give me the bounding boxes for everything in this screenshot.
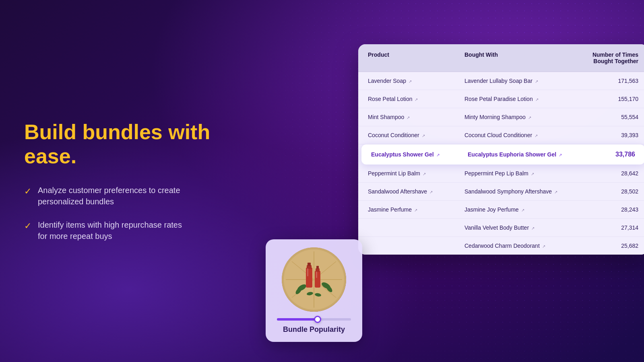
cell-count: 27,314 bbox=[577, 224, 638, 231]
external-link-icon: ↗ bbox=[528, 115, 531, 120]
cell-bought-with: Minty Morning Shampoo ↗ bbox=[464, 114, 577, 120]
external-link-icon: ↗ bbox=[542, 244, 545, 249]
popularity-slider-container[interactable] bbox=[274, 318, 354, 321]
external-link-icon: ↗ bbox=[414, 208, 417, 212]
svg-rect-18 bbox=[307, 268, 308, 276]
cell-bought-with: Lavender Lullaby Soap Bar ↗ bbox=[464, 78, 577, 84]
svg-rect-16 bbox=[316, 268, 320, 272]
table-row: Vanilla Velvet Body Butter ↗ 27,314 bbox=[358, 219, 644, 237]
external-link-icon: ↗ bbox=[559, 153, 562, 157]
table-row: Coconut Conditioner ↗ Coconut Cloud Cond… bbox=[358, 126, 644, 144]
cell-count: 25,682 bbox=[577, 243, 638, 249]
external-link-icon: ↗ bbox=[521, 208, 524, 212]
external-link-icon: ↗ bbox=[422, 134, 425, 138]
external-link-icon: ↗ bbox=[535, 79, 538, 84]
cell-count: 28,502 bbox=[577, 188, 638, 195]
feature-list: ✓ Analyze customer preferences to create… bbox=[24, 185, 250, 242]
cell-product: Jasmine Perfume ↗ bbox=[368, 206, 464, 213]
cell-product: Peppermint Lip Balm ↗ bbox=[368, 170, 464, 177]
svg-rect-15 bbox=[315, 271, 320, 288]
table-row: Cedarwood Charm Deodorant ↗ 25,682 bbox=[358, 237, 644, 255]
table-row: Sandalwood Aftershave ↗ Sandalwood Symph… bbox=[358, 183, 644, 201]
table-row: Mint Shampoo ↗ Minty Morning Shampoo ↗ 5… bbox=[358, 108, 644, 126]
cell-bought-with: Jasmine Joy Perfume ↗ bbox=[464, 206, 577, 213]
cell-count: 155,170 bbox=[577, 96, 638, 102]
external-link-icon: ↗ bbox=[535, 134, 538, 138]
external-link-icon: ↗ bbox=[531, 172, 534, 176]
product-table-card: Product Bought With Number of Times Boug… bbox=[358, 44, 644, 255]
svg-rect-19 bbox=[316, 272, 317, 278]
cell-product: Sandalwood Aftershave ↗ bbox=[368, 188, 464, 195]
external-link-icon: ↗ bbox=[436, 153, 440, 157]
feature-text-2: Identify items with high repurchase rate… bbox=[38, 219, 182, 242]
cell-count: 28,642 bbox=[577, 170, 638, 177]
feature-item-1: ✓ Analyze customer preferences to create… bbox=[24, 185, 250, 207]
col-header-count: Number of Times Bought Together bbox=[577, 51, 638, 64]
bundle-popularity-card: Bundle Popularity bbox=[266, 239, 362, 342]
cell-product: Coconut Conditioner ↗ bbox=[368, 132, 464, 138]
cell-bought-with: Coconut Cloud Conditioner ↗ bbox=[464, 132, 577, 138]
feature-item-2: ✓ Identify items with high repurchase ra… bbox=[24, 219, 250, 242]
cell-bought-with: Sandalwood Symphony Aftershave ↗ bbox=[464, 188, 577, 195]
table-row: Lavender Soap ↗ Lavender Lullaby Soap Ba… bbox=[358, 72, 644, 90]
table-row: Peppermint Lip Balm ↗ Peppermint Pep Lip… bbox=[358, 165, 644, 183]
cell-product-highlighted: Eucalyptus Shower Gel ↗ bbox=[371, 151, 468, 158]
cell-count: 171,563 bbox=[577, 78, 638, 84]
cell-product: Mint Shampoo ↗ bbox=[368, 114, 464, 120]
external-link-icon: ↗ bbox=[429, 190, 433, 194]
external-link-icon: ↗ bbox=[554, 190, 557, 194]
cell-count: 39,393 bbox=[577, 132, 638, 138]
slider-thumb[interactable] bbox=[314, 316, 321, 323]
cell-count: 55,554 bbox=[577, 114, 638, 120]
table-row: Jasmine Perfume ↗ Jasmine Joy Perfume ↗ … bbox=[358, 201, 644, 219]
cell-product: Rose Petal Lotion ↗ bbox=[368, 96, 464, 102]
cell-bought-with: Vanilla Velvet Body Butter ↗ bbox=[464, 224, 577, 231]
svg-rect-12 bbox=[306, 267, 312, 288]
external-link-icon: ↗ bbox=[531, 226, 535, 230]
table-row-highlighted: Eucalyptus Shower Gel ↗ Eucalyptus Eupho… bbox=[361, 144, 644, 165]
external-link-icon: ↗ bbox=[423, 172, 426, 176]
table-row: Rose Petal Lotion ↗ Rose Petal Paradise … bbox=[358, 90, 644, 108]
slider-track bbox=[277, 318, 351, 321]
cell-count-highlighted: 33,786 bbox=[580, 151, 635, 158]
external-link-icon: ↗ bbox=[535, 97, 539, 102]
table-header: Product Bought With Number of Times Boug… bbox=[358, 44, 644, 72]
bundle-product-image bbox=[282, 247, 346, 312]
bundle-card-label: Bundle Popularity bbox=[283, 325, 345, 334]
external-link-icon: ↗ bbox=[415, 97, 418, 102]
external-link-icon: ↗ bbox=[409, 79, 412, 84]
left-content-panel: Build bundles with ease. ✓ Analyze custo… bbox=[24, 120, 250, 242]
table-body: Lavender Soap ↗ Lavender Lullaby Soap Ba… bbox=[358, 72, 644, 255]
svg-rect-17 bbox=[316, 266, 319, 269]
col-header-bought-with: Bought With bbox=[464, 51, 577, 64]
check-icon-2: ✓ bbox=[24, 220, 31, 232]
slider-fill bbox=[277, 318, 318, 321]
cell-bought-with: Peppermint Pep Lip Balm ↗ bbox=[464, 170, 577, 177]
bundle-image-inner bbox=[282, 247, 346, 312]
check-icon-1: ✓ bbox=[24, 185, 31, 198]
page-headline: Build bundles with ease. bbox=[24, 120, 250, 169]
cell-bought-with: Rose Petal Paradise Lotion ↗ bbox=[464, 96, 577, 102]
svg-rect-14 bbox=[308, 263, 311, 266]
col-header-product: Product bbox=[368, 51, 464, 64]
basket-svg bbox=[282, 247, 346, 312]
feature-text-1: Analyze customer preferences to create p… bbox=[38, 185, 180, 207]
cell-bought-with: Cedarwood Charm Deodorant ↗ bbox=[464, 243, 577, 249]
cell-count: 28,243 bbox=[577, 206, 638, 213]
external-link-icon: ↗ bbox=[407, 115, 410, 120]
cell-bought-with-highlighted: Eucalyptus Euphoria Shower Gel ↗ bbox=[468, 151, 580, 158]
cell-product: Lavender Soap ↗ bbox=[368, 78, 464, 84]
